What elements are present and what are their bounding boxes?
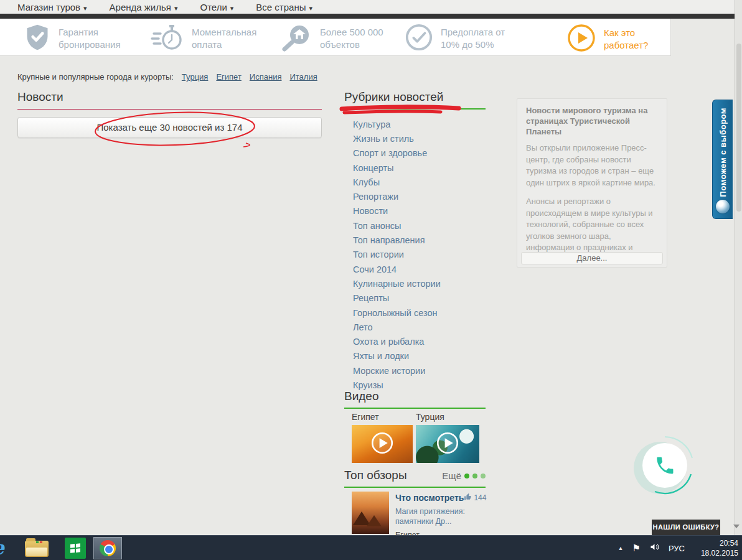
info-panel-title: Новости мирового туризма на страницах Ту…	[526, 105, 658, 137]
review-description[interactable]: Магия притяжения: памятники Др...	[395, 506, 475, 526]
rubric-label[interactable]: Сочи 2014	[353, 264, 397, 274]
rubric-label[interactable]: Кулинарные истории	[353, 279, 441, 289]
rubric-item[interactable]: Клубы	[353, 175, 441, 189]
rubric-label[interactable]: Лето	[353, 322, 373, 332]
rubric-label[interactable]: Горнолыжный сезон	[353, 308, 437, 318]
rubric-label[interactable]: Культура	[353, 119, 390, 129]
city-link-spain[interactable]: Испания	[250, 72, 282, 82]
clock-date: 18.02.2015	[693, 548, 738, 558]
rubric-item[interactable]: Репортажи	[353, 189, 441, 203]
pager-dot[interactable]	[472, 474, 477, 478]
nav-item-hotels[interactable]: Отели	[200, 2, 233, 12]
rubric-label[interactable]: Охота и рыбалка	[353, 337, 424, 347]
nav-item-rentals[interactable]: Аренда жилья	[110, 2, 178, 12]
tray-expand-icon[interactable]	[618, 545, 624, 551]
nav-item-countries[interactable]: Все страны	[256, 2, 312, 12]
browser-scrollbar[interactable]	[735, 0, 742, 535]
rubric-label[interactable]: Рецепты	[353, 293, 389, 303]
scrollbar-thumb[interactable]	[736, 44, 741, 212]
globe-icon	[716, 200, 730, 213]
rubric-item[interactable]: Культура	[353, 117, 441, 131]
play-circle-icon	[566, 23, 596, 55]
windows-taskbar: РУС 20:54 18.02.2015	[0, 535, 742, 560]
rubric-item[interactable]: Кулинарные истории	[353, 276, 441, 291]
collapse-caret-icon[interactable]	[733, 525, 740, 528]
rubric-label[interactable]: Топ направления	[353, 235, 425, 245]
desktop-screen: Магазин туров Аренда жилья Отели Все стр…	[0, 0, 742, 560]
city-link-turkey[interactable]: Турция	[182, 72, 209, 82]
feature-500000-objects: Более 500 000 объектов	[280, 23, 390, 54]
rubric-label[interactable]: Новости	[353, 206, 388, 216]
windows-store-icon[interactable]	[65, 538, 86, 559]
rubric-label[interactable]: Морские истории	[353, 366, 425, 376]
volume-icon[interactable]	[649, 542, 660, 554]
rubric-item[interactable]: Спорт и здоровье	[353, 146, 441, 161]
rubric-item[interactable]: Топ анонсы	[353, 218, 441, 233]
likes-counter[interactable]: 144	[464, 493, 486, 503]
rubrics-section-header: Рубрики новостей	[344, 90, 486, 110]
language-indicator[interactable]: РУС	[669, 544, 685, 553]
more-label[interactable]: Ещё	[442, 470, 461, 481]
rubric-item[interactable]: Морские истории	[353, 363, 441, 378]
rubric-item[interactable]: Новости	[353, 204, 441, 218]
top-reviews-more-link[interactable]: Ещё	[442, 470, 486, 481]
review-thumbnail-pyramids[interactable]	[352, 492, 389, 534]
rubric-label[interactable]: Топ истории	[353, 250, 404, 259]
video-thumbnail-turkey[interactable]	[416, 425, 479, 463]
rubric-item[interactable]: Концерты	[353, 161, 441, 175]
news-section-header: Новости	[17, 90, 322, 110]
video-thumbnail-egypt[interactable]	[352, 425, 413, 463]
chrome-icon	[100, 540, 116, 556]
how-it-works-link[interactable]: Как это работает?	[566, 23, 674, 55]
top-navigation: Магазин туров Аренда жилья Отели Все стр…	[0, 0, 742, 14]
rubric-label[interactable]: Клубы	[353, 177, 380, 187]
rubric-label[interactable]: Топ анонсы	[353, 221, 401, 231]
file-explorer-icon[interactable]	[25, 541, 49, 557]
found-error-button[interactable]: НАШЛИ ОШИБКУ?	[652, 520, 720, 535]
rubric-label[interactable]: Яхты и лодки	[353, 351, 409, 361]
nav-item-tours[interactable]: Магазин туров	[17, 2, 87, 12]
taskbar-clock[interactable]: 20:54 18.02.2015	[693, 538, 738, 558]
show-more-news-button[interactable]: Показать еще 30 новостей из 174	[17, 117, 322, 138]
chrome-taskbar-button[interactable]	[93, 537, 122, 559]
feature-label: Более 500 000 объектов	[320, 26, 390, 51]
rubric-label[interactable]: Жизнь и стиль	[353, 134, 414, 144]
feature-prepayment: Предоплата от 10% до 50%	[405, 23, 522, 54]
callback-phone-widget[interactable]	[626, 427, 703, 504]
annotation-marker-underline	[344, 111, 441, 113]
info-more-button[interactable]: Далее...	[521, 252, 663, 264]
rubric-item[interactable]: Охота и рыбалка	[353, 334, 441, 348]
city-link-egypt[interactable]: Египет	[216, 72, 241, 82]
rubric-item[interactable]: Топ истории	[353, 248, 441, 262]
rubrics-title: Рубрики новостей	[344, 90, 486, 104]
review-body: Что посмотреть 144 Магия притяжения: пам…	[395, 493, 484, 539]
action-center-flag-icon[interactable]	[632, 543, 641, 554]
video-section-header: Видео	[344, 390, 486, 409]
popular-cities-row: Крупные и популярные города и курорты:Ту…	[17, 72, 317, 82]
help-with-choice-tab[interactable]: Поможем с выбором	[712, 100, 733, 219]
info-paragraph: Вы открыли приложение Пресс-центр, где с…	[526, 142, 658, 189]
internet-explorer-icon[interactable]	[0, 537, 14, 559]
pager-dot[interactable]	[481, 474, 486, 478]
rubric-item[interactable]: Жизнь и стиль	[353, 131, 441, 146]
help-tab-label: Поможем с выбором	[718, 108, 728, 197]
rubric-label[interactable]: Круизы	[353, 380, 383, 390]
features-bar: Гарантия бронирования Моментальная оплат…	[0, 19, 671, 56]
review-title[interactable]: Что посмотреть	[395, 493, 464, 503]
rubric-label[interactable]: Репортажи	[353, 192, 398, 202]
rubric-item[interactable]: Рецепты	[353, 291, 441, 306]
rubric-label[interactable]: Спорт и здоровье	[353, 148, 427, 158]
rubric-item[interactable]: Горнолыжный сезон	[353, 306, 441, 320]
pyramid-shape	[367, 515, 382, 526]
rubric-item[interactable]: Топ направления	[353, 233, 441, 247]
city-link-italy[interactable]: Италия	[289, 72, 317, 82]
rubric-item[interactable]: Яхты и лодки	[353, 349, 441, 363]
video-label-turkey[interactable]: Турция	[416, 412, 444, 422]
video-title: Видео	[344, 390, 486, 403]
pager-dot[interactable]	[464, 474, 469, 478]
rubric-item[interactable]: Лето	[353, 320, 441, 334]
video-label-egypt[interactable]: Египет	[352, 412, 379, 422]
nav-divider-bar	[0, 14, 742, 19]
rubric-label[interactable]: Концерты	[353, 163, 394, 173]
rubric-item[interactable]: Сочи 2014	[353, 262, 441, 276]
